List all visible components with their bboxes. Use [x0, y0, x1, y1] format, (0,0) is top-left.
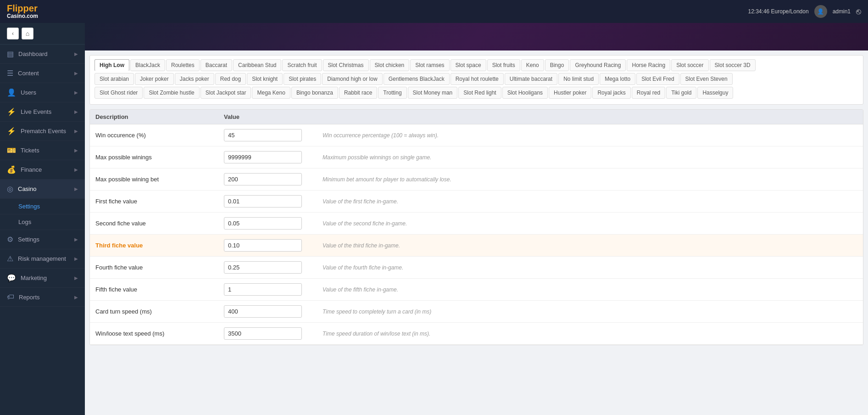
- chevron-right-icon: ▶: [74, 186, 78, 191]
- tab-red-dog[interactable]: Red dog: [215, 73, 246, 85]
- sidebar-item-label: Reports: [19, 294, 40, 301]
- row-hint: Maximum possible winnings on single game…: [316, 154, 857, 161]
- row-value-input[interactable]: [224, 129, 302, 141]
- tab-slot-money-man[interactable]: Slot Money man: [408, 87, 458, 99]
- reports-icon: 🏷: [7, 293, 14, 301]
- tab-hustler-poker[interactable]: Hustler poker: [549, 87, 591, 99]
- sidebar-item-dashboard[interactable]: ▤ Dashboard ▶: [0, 45, 85, 64]
- tab-keno[interactable]: Keno: [521, 59, 544, 71]
- sidebar-item-casino[interactable]: ◎ Casino ▶: [0, 179, 85, 199]
- tab-diamond-high-or-low[interactable]: Diamond high or low: [322, 73, 382, 85]
- table-header: Description Value: [90, 110, 863, 124]
- tab-mega-lotto[interactable]: Mega lotto: [600, 73, 635, 85]
- tab-greyhound-racing[interactable]: Greyhound Racing: [570, 59, 626, 71]
- row-value-input[interactable]: [224, 173, 302, 185]
- marketing-icon: 💬: [7, 274, 16, 282]
- tab-caribbean-stud[interactable]: Caribbean Stud: [233, 59, 281, 71]
- tab-no-limit-stud[interactable]: No limit stud: [558, 73, 599, 85]
- row-value-input[interactable]: [224, 239, 302, 252]
- tab-bingo-bonanza[interactable]: Bingo bonanza: [291, 87, 338, 99]
- tab-gentlemens-blackjack[interactable]: Gentlemens BlackJack: [384, 73, 450, 85]
- row-hint: Value of the fourth fiche in-game.: [316, 264, 857, 271]
- tab-slot-jackpot-star[interactable]: Slot Jackpot star: [200, 87, 251, 99]
- row-value-input[interactable]: [224, 261, 302, 274]
- tab-royal-jacks[interactable]: Royal jacks: [592, 87, 630, 99]
- row-value-input[interactable]: [224, 283, 302, 296]
- tab-slot-ghost-rider[interactable]: Slot Ghost rider: [95, 87, 143, 99]
- tab-mega-keno[interactable]: Mega Keno: [252, 87, 290, 99]
- row-label: Max possible winings: [95, 154, 224, 161]
- sidebar-item-finance[interactable]: 💰 Finance ▶: [0, 160, 85, 179]
- tab-ultimate-baccarat[interactable]: Ultimate baccarat: [505, 73, 557, 85]
- table-row: Max possible wining betMinimum bet amoun…: [90, 168, 863, 191]
- sidebar-item-risk-management[interactable]: ⚠ Risk management ▶: [0, 249, 85, 269]
- sidebar-item-live-events[interactable]: ⚡ Live Events ▶: [0, 102, 85, 122]
- tab-slot-pirates[interactable]: Slot pirates: [284, 73, 321, 85]
- sidebar-item-settings[interactable]: ⚙ Settings ▶: [0, 230, 85, 249]
- row-label: Max possible wining bet: [95, 176, 224, 183]
- tab-slot-evil-fred[interactable]: Slot Evil Fred: [636, 73, 679, 85]
- tab-slot-even-steven[interactable]: Slot Even Steven: [680, 73, 733, 85]
- tab-slot-chicken[interactable]: Slot chicken: [370, 59, 410, 71]
- tab-royal-hot-roulette[interactable]: Royal hot roulette: [451, 73, 504, 85]
- tab-jacks-poker[interactable]: Jacks poker: [175, 73, 214, 85]
- sidebar-item-marketing[interactable]: 💬 Marketing ▶: [0, 269, 85, 288]
- chevron-right-icon: ▶: [74, 237, 78, 242]
- tab-slot-knight[interactable]: Slot knight: [247, 73, 283, 85]
- topbar: Flipper Casino.com 12:34:46 Europe/Londo…: [0, 0, 868, 23]
- row-value-input[interactable]: [224, 217, 302, 230]
- row-hint: Value of the first fiche in-game.: [316, 198, 857, 205]
- tab-baccarat[interactable]: Baccarat: [200, 59, 232, 71]
- tab-slot-arabian[interactable]: Slot arabian: [95, 73, 134, 85]
- tab-high-low[interactable]: High Low: [95, 59, 129, 71]
- row-hint: Value of the third fiche in-game.: [316, 242, 857, 249]
- home-button[interactable]: ⌂: [22, 28, 33, 39]
- chevron-right-icon: ▶: [74, 167, 78, 172]
- tab-slot-christmas[interactable]: Slot Christmas: [323, 59, 369, 71]
- table-row: Win/loose text speed (ms)Time speed dura…: [90, 323, 863, 345]
- tab-slot-hooligans[interactable]: Slot Hooligans: [502, 87, 548, 99]
- tab-scratch-fruit[interactable]: Scratch fruit: [282, 59, 322, 71]
- tab-tiki-gold[interactable]: Tiki gold: [666, 87, 696, 99]
- tab-slot-space[interactable]: Slot space: [451, 59, 486, 71]
- tab-royal-red[interactable]: Royal red: [632, 87, 665, 99]
- logout-icon[interactable]: ⎋: [856, 7, 861, 17]
- settings-icon: ⚙: [7, 235, 13, 244]
- tab-slot-zombie-hustle[interactable]: Slot Zombie hustle: [144, 87, 199, 99]
- chevron-right-icon: ▶: [74, 129, 78, 134]
- row-value-input[interactable]: [224, 327, 302, 340]
- tab-rabbit-race[interactable]: Rabbit race: [339, 87, 377, 99]
- row-hint: Minimum bet amount for player to automat…: [316, 176, 857, 183]
- row-value-input[interactable]: [224, 305, 302, 318]
- sidebar-item-users[interactable]: 👤 Users ▶: [0, 83, 85, 102]
- sidebar-item-content[interactable]: ☰ Content ▶: [0, 64, 85, 83]
- tab-joker-poker[interactable]: Joker poker: [135, 73, 174, 85]
- sidebar-collapse-button[interactable]: ‹: [7, 28, 19, 39]
- tab-roulettes[interactable]: Roulettes: [166, 59, 200, 71]
- sidebar-item-casino-settings[interactable]: Settings: [0, 199, 85, 214]
- tab-slot-red-light[interactable]: Slot Red light: [458, 87, 501, 99]
- tab-hasselguy[interactable]: Hasselguy: [697, 87, 733, 99]
- avatar: 👤: [814, 5, 827, 18]
- col-description: Description: [95, 113, 224, 120]
- row-value-input[interactable]: [224, 195, 302, 208]
- chevron-right-icon: ▶: [74, 90, 78, 95]
- tab-slot-ramses[interactable]: Slot ramses: [410, 59, 449, 71]
- sidebar-item-casino-logs[interactable]: Logs: [0, 214, 85, 230]
- tab-blackjack[interactable]: BlackJack: [130, 59, 165, 71]
- live-events-icon: ⚡: [7, 107, 16, 116]
- sidebar-item-reports[interactable]: 🏷 Reports ▶: [0, 288, 85, 307]
- chevron-right-icon: ▶: [74, 148, 78, 153]
- row-label: Card turn speed (ms): [95, 308, 224, 315]
- sidebar-item-prematch-events[interactable]: ⚡ Prematch Events ▶: [0, 122, 85, 141]
- tab-horse-racing[interactable]: Horse Racing: [627, 59, 670, 71]
- tab-trotting[interactable]: Trotting: [378, 87, 406, 99]
- topbar-right: 12:34:46 Europe/London 👤 admin1 ⎋: [748, 5, 861, 18]
- sidebar-item-tickets[interactable]: 🎫 Tickets ▶: [0, 141, 85, 160]
- tab-bingo[interactable]: Bingo: [545, 59, 569, 71]
- tab-slot-soccer[interactable]: Slot soccer: [671, 59, 708, 71]
- tab-slot-fruits[interactable]: Slot fruits: [487, 59, 520, 71]
- tab-slot-soccer-3d[interactable]: Slot soccer 3D: [710, 59, 756, 71]
- row-value-input[interactable]: [224, 151, 302, 163]
- row-label: Fifth fiche value: [95, 286, 224, 293]
